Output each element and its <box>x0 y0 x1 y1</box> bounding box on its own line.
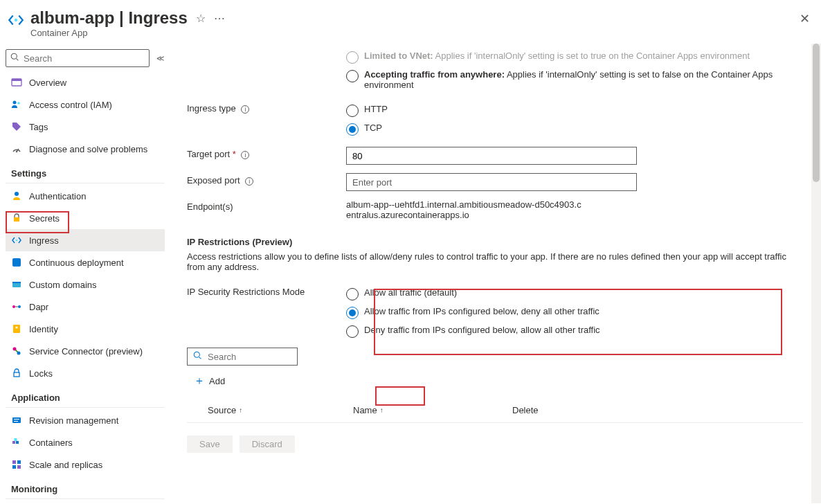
radio-http[interactable] <box>346 105 359 117</box>
target-port-input[interactable] <box>346 147 637 165</box>
favorite-icon[interactable]: ☆ <box>196 12 206 25</box>
endpoints-label: Endpoint(s) <box>187 199 346 220</box>
page-header: album-app | Ingress ☆ ⋯ Container App ✕ <box>0 0 821 44</box>
sidebar-search-input[interactable] <box>24 53 145 64</box>
radio-limited-vnet-label: Limited to VNet: Applies if 'internalOnl… <box>364 51 750 61</box>
tags-icon <box>11 121 22 132</box>
ip-search-box[interactable] <box>187 348 298 366</box>
svg-rect-4 <box>12 79 21 81</box>
svg-line-35 <box>199 357 201 359</box>
svg-rect-24 <box>12 417 21 423</box>
footer-actions: Save Discard <box>187 423 803 460</box>
exposed-port-input[interactable] <box>346 173 637 191</box>
radio-allow-all-label: Allow all traffic (default) <box>364 287 457 298</box>
ingress-icon <box>11 235 22 246</box>
revision-management-icon <box>11 415 22 426</box>
sidebar-item-dapr[interactable]: Dapr <box>6 296 165 318</box>
radio-tcp[interactable] <box>346 123 359 136</box>
authentication-icon <box>11 190 22 201</box>
ingress-type-label: Ingress type i <box>187 101 346 138</box>
sidebar-item-ingress[interactable]: Ingress <box>6 229 165 251</box>
sort-arrow-up-icon: ↑ <box>380 406 384 414</box>
sidebar-section-monitoring: Monitoring <box>6 476 165 499</box>
sidebar-item-custom-domains[interactable]: Custom domains <box>6 273 165 296</box>
svg-rect-27 <box>12 441 15 444</box>
ip-mode-label: IP Security Restrictions Mode <box>187 285 346 341</box>
info-icon[interactable]: i <box>245 177 253 186</box>
plus-icon: ＋ <box>194 374 205 388</box>
ip-restrictions-desc: Access restrictions allow you to define … <box>187 251 803 272</box>
radio-http-label: HTTP <box>364 104 388 114</box>
sidebar-section-application: Application <box>6 384 165 408</box>
radio-accepting-anywhere[interactable] <box>346 70 359 82</box>
col-source[interactable]: Source ↑ <box>208 405 353 415</box>
custom-domains-icon <box>11 279 22 290</box>
page-title: album-app | Ingress <box>30 8 188 28</box>
radio-deny-listed-label: Deny traffic from IPs configured below, … <box>364 325 600 335</box>
svg-line-22 <box>16 350 18 352</box>
svg-rect-12 <box>12 258 21 267</box>
sort-arrow-up-icon: ↑ <box>239 406 242 414</box>
radio-limited-vnet <box>346 51 359 64</box>
identity-icon <box>11 323 22 334</box>
sidebar: ≪ Overview Access control (IAM) Tags Dia… <box>0 44 170 503</box>
sidebar-item-tags[interactable]: Tags <box>6 116 165 138</box>
radio-allow-listed[interactable] <box>346 307 359 319</box>
save-button[interactable]: Save <box>187 435 233 453</box>
exposed-port-label: Exposed port i <box>187 173 346 191</box>
svg-point-9 <box>15 192 19 196</box>
content-area: Limited to VNet: Applies if 'internalOnl… <box>170 44 821 503</box>
sidebar-item-scale[interactable]: Scale and replicas <box>6 453 165 476</box>
sidebar-item-secrets[interactable]: Secrets <box>6 207 165 229</box>
radio-deny-listed[interactable] <box>346 325 359 338</box>
svg-point-15 <box>12 305 15 308</box>
dapr-icon <box>11 301 22 312</box>
page-subtitle: Container App <box>30 28 800 38</box>
svg-rect-25 <box>14 419 19 420</box>
svg-rect-33 <box>17 465 21 469</box>
sidebar-item-revision-management[interactable]: Revision management <box>6 409 165 431</box>
ip-table-header: Source ↑ Name ↑ Delete <box>187 395 803 423</box>
close-icon[interactable]: ✕ <box>800 11 810 26</box>
svg-point-19 <box>16 327 18 329</box>
svg-rect-23 <box>14 372 19 377</box>
sidebar-item-overview[interactable]: Overview <box>6 71 165 93</box>
radio-allow-listed-label: Allow traffic from IPs configured below,… <box>364 306 599 316</box>
access-control-icon <box>11 99 22 110</box>
sidebar-item-locks[interactable]: Locks <box>6 362 165 384</box>
sidebar-item-authentication[interactable]: Authentication <box>6 185 165 207</box>
ip-restrictions-title: IP Restrictions (Preview) <box>187 237 803 247</box>
info-icon[interactable]: i <box>241 105 249 114</box>
sidebar-item-access-control[interactable]: Access control (IAM) <box>6 93 165 116</box>
sidebar-item-diagnose[interactable]: Diagnose and solve problems <box>6 138 165 160</box>
svg-point-6 <box>17 102 20 105</box>
collapse-sidebar-icon[interactable]: ≪ <box>156 54 165 63</box>
locks-icon <box>11 368 22 379</box>
add-button[interactable]: ＋ Add <box>187 371 232 391</box>
target-port-label: Target port * i <box>187 147 346 165</box>
radio-allow-all[interactable] <box>346 288 359 300</box>
scale-icon <box>11 459 22 470</box>
sidebar-item-identity[interactable]: Identity <box>6 318 165 340</box>
ip-search-input[interactable] <box>208 352 291 362</box>
info-icon[interactable]: i <box>241 151 249 159</box>
sidebar-search[interactable] <box>6 49 150 67</box>
secrets-icon <box>11 213 22 224</box>
col-name[interactable]: Name ↑ <box>353 405 512 415</box>
svg-line-2 <box>17 59 19 61</box>
more-icon[interactable]: ⋯ <box>214 12 225 25</box>
svg-rect-30 <box>12 460 16 464</box>
sidebar-item-containers[interactable]: Containers <box>6 431 165 453</box>
sidebar-item-continuous-deployment[interactable]: Continuous deployment <box>6 251 165 273</box>
sidebar-item-service-connector[interactable]: Service Connector (preview) <box>6 340 165 362</box>
svg-point-11 <box>16 240 18 242</box>
svg-point-0 <box>15 19 17 21</box>
svg-rect-14 <box>12 282 21 283</box>
svg-rect-26 <box>14 421 18 422</box>
discard-button[interactable]: Discard <box>240 435 295 453</box>
sidebar-section-settings: Settings <box>6 160 165 183</box>
svg-point-5 <box>13 101 17 105</box>
continuous-deployment-icon <box>11 257 22 268</box>
svg-rect-10 <box>14 217 19 222</box>
col-delete: Delete <box>512 405 581 415</box>
